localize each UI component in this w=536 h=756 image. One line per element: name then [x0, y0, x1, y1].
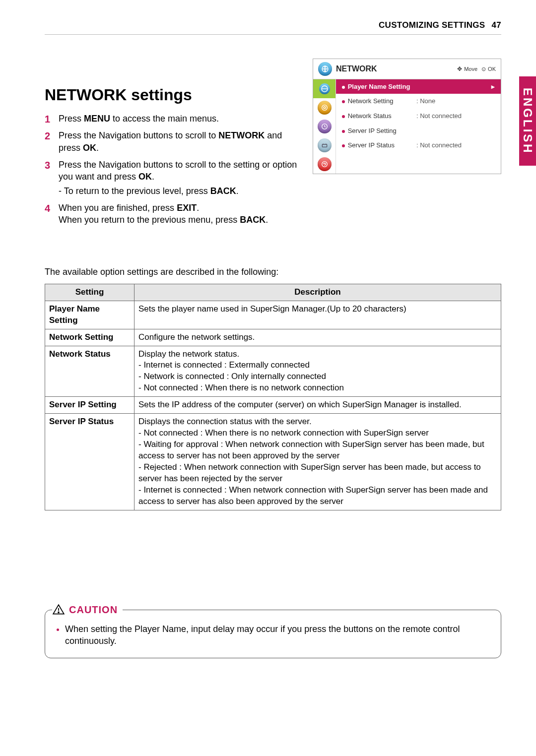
caution-box: CAUTION When setting the Player Name, in…	[45, 610, 501, 659]
svg-point-6	[322, 162, 327, 167]
top-rule	[45, 34, 501, 35]
network-globe-icon	[318, 62, 332, 76]
language-tab: ENGLISH	[519, 76, 536, 166]
dpad-icon: ✥	[457, 65, 462, 73]
chevron-right-icon: ▸	[491, 82, 495, 91]
osd-row-player-name[interactable]: Player Name Setting ▸	[336, 79, 501, 94]
table-intro: The available option settings are descri…	[45, 266, 501, 278]
osd-title: NETWORK	[336, 63, 453, 74]
osd-hint-ok: ⊙ OK	[481, 65, 496, 73]
osd-side-tab-network[interactable]	[313, 79, 335, 98]
table-row: Network Setting Configure the network se…	[45, 329, 501, 346]
osd-titlebar: NETWORK ✥ Move ⊙ OK	[313, 59, 501, 79]
caution-label: CAUTION	[69, 603, 118, 617]
clock-icon	[318, 120, 332, 133]
table-row: Server IP Setting Sets the IP address of…	[45, 397, 501, 414]
osd-sidebar	[313, 79, 336, 174]
svg-point-3	[324, 107, 326, 109]
cell-description: Display the network status.- Internet is…	[134, 346, 501, 397]
cell-description: Sets the player name used in SuperSign M…	[134, 301, 501, 329]
th-setting: Setting	[45, 284, 134, 301]
step-text: Press MENU to access the main menus.	[59, 114, 219, 124]
table-row: Network Status Display the network statu…	[45, 346, 501, 397]
step-item: When you are finished, press EXIT.When y…	[45, 202, 303, 226]
ok-dot-icon: ⊙	[481, 65, 486, 73]
step-item: Press MENU to access the main menus.	[45, 113, 303, 125]
running-head: CUSTOMIZING SETTINGS 47	[45, 20, 501, 31]
step-item: Press the Navigation buttons to scroll t…	[45, 129, 303, 154]
cell-description: Configure the network settings.	[134, 329, 501, 346]
network-globe-icon	[319, 83, 330, 94]
step-text: When you are finished, press EXIT.When y…	[59, 203, 268, 225]
table-row: Player Name Setting Sets the player name…	[45, 301, 501, 329]
svg-point-8	[58, 612, 59, 613]
step-sub: - To return to the previous level, press…	[59, 185, 303, 197]
th-description: Description	[134, 284, 501, 301]
table-row: Server IP Status Displays the connection…	[45, 414, 501, 510]
steps-list: Press MENU to access the main menus. Pre…	[45, 113, 303, 226]
osd-hint-move: ✥ Move	[457, 65, 477, 73]
osd-side-tab-media[interactable]	[313, 98, 335, 117]
settings-table: Setting Description Player Name Setting …	[45, 284, 501, 510]
cell-description: Displays the connection status with the …	[134, 414, 501, 510]
cell-description: Sets the IP address of the computer (ser…	[134, 397, 501, 414]
caution-header: CAUTION	[52, 603, 123, 617]
page-number: 47	[491, 20, 501, 30]
osd-row-server-ip-status[interactable]: Server IP Status : Not connected	[336, 138, 501, 153]
step-text: Press the Navigation buttons to scroll t…	[59, 160, 297, 182]
svg-point-2	[322, 105, 327, 111]
target-icon	[318, 101, 332, 115]
running-head-label: CUSTOMIZING SETTINGS	[379, 20, 485, 30]
step-text: Press the Navigation buttons to scroll t…	[59, 130, 282, 152]
osd-side-tab-support[interactable]	[313, 155, 335, 174]
osd-menu: NETWORK ✥ Move ⊙ OK	[313, 59, 501, 174]
caution-item: When setting the Player Name, input dela…	[65, 623, 490, 647]
osd-content: Player Name Setting ▸ Network Setting : …	[336, 79, 501, 174]
svg-rect-5	[322, 144, 327, 147]
osd-side-tab-time[interactable]	[313, 117, 335, 136]
support-icon	[318, 157, 332, 171]
step-item: Press the Navigation buttons to scroll t…	[45, 159, 303, 197]
osd-row-server-ip-setting[interactable]: Server IP Setting	[336, 124, 501, 138]
settings-icon	[318, 138, 332, 152]
section-title: NETWORK settings	[45, 84, 303, 106]
osd-row-network-status[interactable]: Network Status : Not connected	[336, 109, 501, 124]
osd-side-tab-option[interactable]	[313, 136, 335, 155]
osd-row-network-setting[interactable]: Network Setting : None	[336, 94, 501, 109]
warning-triangle-icon	[52, 603, 65, 616]
